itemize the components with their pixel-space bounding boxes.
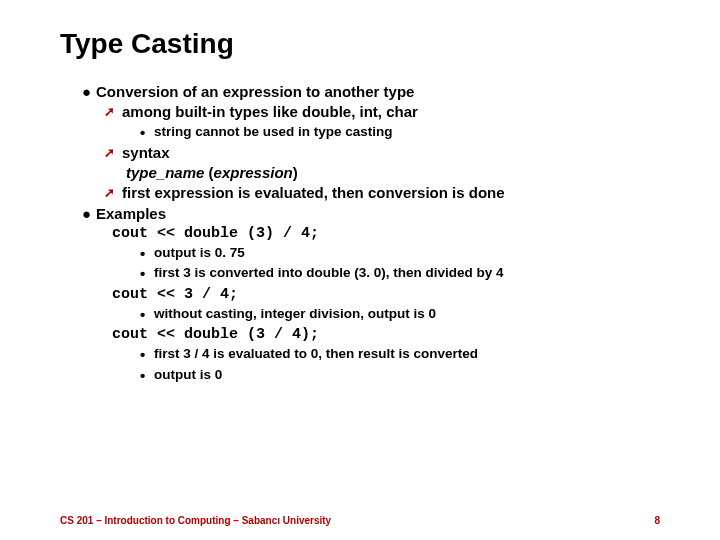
bullet-icon: • [140,264,154,284]
footer-text: CS 201 – Introduction to Computing – Sab… [60,515,331,526]
code-line: cout << double (3 / 4); [112,325,660,345]
bullet-icon: • [140,244,154,264]
bullet-icon: • [140,366,154,386]
text-line: output is 0 [154,366,222,384]
code-line: cout << 3 / 4; [112,285,660,305]
arrow-icon: ➚ [104,183,122,203]
text-line: among built-in types like double, int, c… [122,102,418,122]
code-line: cout << double (3) / 4; [112,224,660,244]
footer: CS 201 – Introduction to Computing – Sab… [60,515,660,526]
arrow-icon: ➚ [104,102,122,122]
text-line: output is 0. 75 [154,244,245,262]
text-line: without casting, integer division, outpu… [154,305,436,323]
bullet-icon: ● [82,204,96,224]
syntax-typename: type_name [126,164,209,181]
text-line: first expression is evaluated, then conv… [122,183,505,203]
slide-body: ● Conversion of an expression to another… [60,82,660,386]
text-line: Examples [96,204,166,224]
slide-title: Type Casting [60,28,660,60]
text-line: string cannot be used in type casting [154,123,393,141]
bullet-icon: • [140,305,154,325]
syntax-line: type_name (expression) [126,163,660,183]
bullet-icon: • [140,123,154,143]
text-line: Conversion of an expression to another t… [96,82,414,102]
bullet-icon: • [140,345,154,365]
arrow-icon: ➚ [104,143,122,163]
text-line: syntax [122,143,170,163]
syntax-paren: ) [293,164,298,181]
syntax-expression: expression [214,164,293,181]
text-line: first 3 is converted into double (3. 0),… [154,264,504,282]
slide-number: 8 [654,515,660,526]
bullet-icon: ● [82,82,96,102]
text-line: first 3 / 4 is evaluated to 0, then resu… [154,345,478,363]
